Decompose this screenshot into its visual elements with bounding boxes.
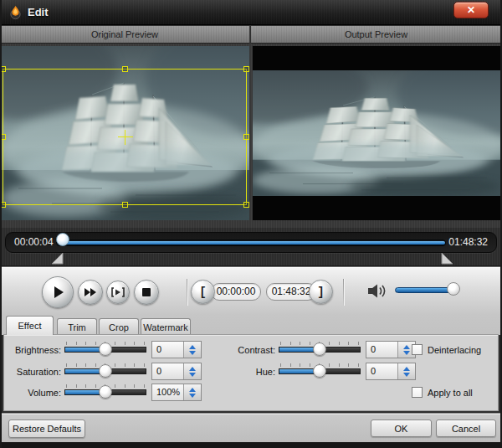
volume-spinner[interactable]: 100% bbox=[151, 384, 202, 401]
window-bottom-edge bbox=[0, 442, 502, 448]
crop-handle-ne[interactable] bbox=[243, 66, 249, 72]
trim-end-marker[interactable] bbox=[441, 253, 453, 265]
volume-slider-handle[interactable] bbox=[447, 282, 460, 296]
timeline-strip: 00:00:04 01:48:32 bbox=[0, 228, 502, 266]
fast-forward-icon bbox=[84, 287, 97, 297]
spin-down-icon[interactable] bbox=[403, 373, 410, 377]
trim-start-field[interactable]: 00:00:00 bbox=[211, 283, 261, 301]
crop-handle-w[interactable] bbox=[2, 134, 6, 140]
crop-handle-n[interactable] bbox=[122, 66, 128, 72]
play-segment-icon bbox=[111, 287, 125, 297]
spin-down-icon[interactable] bbox=[189, 373, 196, 377]
crop-handle-s[interactable] bbox=[122, 202, 128, 208]
original-preview-header: Original Preview bbox=[0, 26, 250, 44]
set-end-bracket-button[interactable]: ] bbox=[309, 280, 333, 304]
seek-progress-fill bbox=[64, 241, 445, 245]
contrast-slider[interactable] bbox=[279, 342, 361, 357]
close-icon[interactable]: ✕ bbox=[453, 2, 489, 18]
open-bracket-icon: [ bbox=[199, 286, 206, 299]
total-time-label: 01:48:32 bbox=[448, 236, 488, 248]
controls-divider bbox=[187, 279, 187, 306]
output-video-frame bbox=[253, 70, 500, 196]
set-start-bracket-button[interactable]: [ bbox=[191, 280, 215, 304]
brightness-slider[interactable] bbox=[64, 342, 146, 357]
hue-spin-buttons[interactable] bbox=[398, 363, 415, 379]
saturation-spinner[interactable]: 0 bbox=[151, 363, 202, 380]
app-flame-icon bbox=[8, 5, 23, 20]
close-bracket-icon: ] bbox=[317, 286, 324, 299]
brightness-label: Brightness: bbox=[8, 345, 61, 355]
brightness-spin-buttons[interactable] bbox=[184, 342, 201, 358]
spin-up-icon[interactable] bbox=[403, 345, 410, 349]
cancel-button[interactable]: Cancel bbox=[436, 420, 496, 437]
timeline-bar: 00:00:04 01:48:32 bbox=[5, 232, 497, 253]
apply-to-all-checkbox-label: Apply to all bbox=[428, 388, 473, 398]
playhead-handle[interactable] bbox=[56, 233, 69, 246]
crop-handle-e[interactable] bbox=[243, 134, 249, 140]
effect-panel: Brightness: 0 Saturation: 0 bbox=[3, 334, 499, 411]
spin-down-icon[interactable] bbox=[189, 394, 196, 398]
crop-center-crosshair bbox=[118, 136, 133, 137]
window-title: Edit bbox=[28, 6, 49, 18]
trim-start-marker[interactable] bbox=[52, 253, 64, 265]
spin-up-icon[interactable] bbox=[403, 367, 410, 371]
output-preview-header: Output Preview bbox=[251, 26, 501, 44]
spin-down-icon[interactable] bbox=[403, 351, 410, 355]
spin-down-icon[interactable] bbox=[189, 351, 196, 355]
deinterlacing-checkbox-label: Deinterlacing bbox=[428, 345, 481, 355]
deinterlacing-checkbox[interactable] bbox=[412, 344, 423, 355]
output-preview-pane bbox=[253, 46, 500, 220]
tab-crop[interactable]: Crop bbox=[99, 318, 139, 335]
brightness-value[interactable]: 0 bbox=[152, 342, 184, 358]
preview-area bbox=[0, 44, 502, 228]
spin-up-icon[interactable] bbox=[189, 367, 196, 371]
tab-bar: Effect Trim Crop Watermark bbox=[0, 315, 502, 335]
stop-button[interactable] bbox=[134, 280, 159, 305]
spin-up-icon[interactable] bbox=[189, 345, 196, 349]
seek-track[interactable] bbox=[56, 239, 446, 246]
footer-bar: Restore Defaults OK Cancel bbox=[0, 413, 502, 442]
saturation-slider[interactable] bbox=[64, 363, 146, 378]
play-button[interactable] bbox=[42, 276, 74, 308]
hue-slider-handle[interactable] bbox=[313, 364, 326, 378]
contrast-spinner[interactable]: 0 bbox=[366, 341, 416, 358]
hue-slider[interactable] bbox=[279, 363, 361, 378]
spin-up-icon[interactable] bbox=[189, 388, 196, 392]
brightness-slider-handle[interactable] bbox=[99, 342, 112, 356]
crop-handle-nw[interactable] bbox=[2, 66, 6, 72]
restore-defaults-button[interactable]: Restore Defaults bbox=[8, 420, 85, 438]
play-segment-button[interactable] bbox=[106, 281, 130, 304]
tab-watermark[interactable]: Watermark bbox=[141, 318, 191, 335]
hue-value[interactable]: 0 bbox=[366, 363, 398, 379]
title-bar: Edit ✕ bbox=[0, 0, 502, 25]
ok-button[interactable]: OK bbox=[371, 420, 432, 437]
saturation-slider-handle[interactable] bbox=[99, 364, 112, 378]
tab-effect[interactable]: Effect bbox=[6, 316, 54, 335]
contrast-value[interactable]: 0 bbox=[366, 342, 398, 358]
hue-spinner[interactable]: 0 bbox=[366, 363, 416, 380]
crop-center-crosshair bbox=[125, 130, 126, 145]
saturation-value[interactable]: 0 bbox=[152, 363, 184, 379]
crop-selection-rect[interactable] bbox=[3, 69, 247, 205]
saturation-label: Saturation: bbox=[8, 367, 61, 377]
volume-label: Volume: bbox=[8, 388, 61, 398]
crop-handle-se[interactable] bbox=[243, 202, 249, 208]
tab-trim[interactable]: Trim bbox=[57, 318, 97, 335]
volume-spin-buttons[interactable] bbox=[184, 384, 201, 400]
brightness-spinner[interactable]: 0 bbox=[151, 341, 202, 358]
controls-divider bbox=[343, 279, 344, 306]
apply-to-all-checkbox[interactable] bbox=[412, 387, 423, 398]
contrast-label: Contrast: bbox=[220, 345, 275, 355]
stop-icon bbox=[141, 287, 151, 297]
fast-forward-button[interactable] bbox=[78, 280, 103, 305]
hue-label: Hue: bbox=[220, 367, 275, 377]
speaker-icon[interactable] bbox=[366, 283, 387, 299]
volume-slider-handle[interactable] bbox=[99, 385, 112, 399]
edit-dialog: Edit ✕ Original Preview Output Preview bbox=[0, 0, 502, 448]
saturation-spin-buttons[interactable] bbox=[184, 363, 201, 379]
contrast-slider-handle[interactable] bbox=[313, 342, 326, 356]
original-preview-pane bbox=[2, 46, 249, 220]
volume-value[interactable]: 100% bbox=[152, 384, 184, 400]
volume-effect-slider[interactable] bbox=[64, 384, 146, 399]
crop-handle-sw[interactable] bbox=[2, 202, 6, 208]
